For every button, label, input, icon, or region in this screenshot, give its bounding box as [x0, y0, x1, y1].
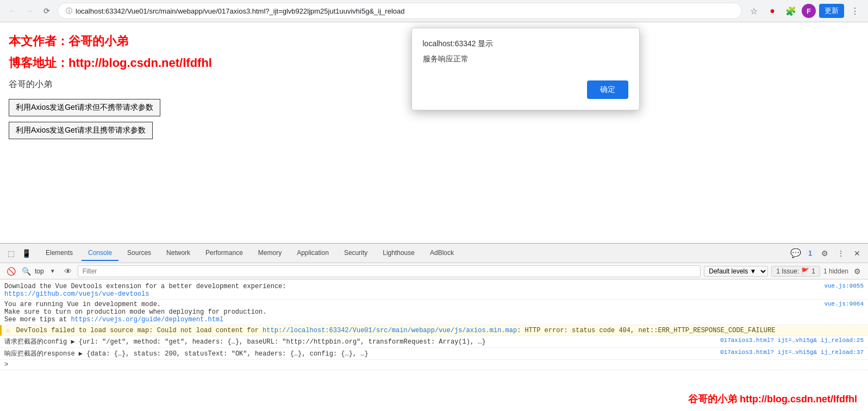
alert-footer: 确定 — [423, 80, 628, 99]
page-content: 本文作者：谷哥的小弟 博客地址：http://blog.csdn.net/lfd… — [0, 22, 868, 243]
console-filterbar: 🚫 🔍 top ▼ 👁 Default levels ▼ 1 Issue: 🚩 … — [0, 263, 868, 279]
console-log-5: 响应拦截器的response ▶ {data: {…}, status: 200… — [0, 348, 868, 360]
console-log-4: 请求拦截器的config ▶ {url: "/get", method: "ge… — [0, 336, 868, 348]
console-context-dropdown[interactable]: ▼ — [46, 265, 59, 278]
devtools-close-button[interactable]: ✕ — [851, 247, 864, 260]
profile-icon[interactable]: F — [802, 4, 816, 18]
alert-title: localhost:63342 显示 — [423, 39, 628, 49]
console-filter-input[interactable] — [78, 265, 701, 277]
reload-button[interactable]: ⟳ — [40, 4, 53, 17]
console-prompt-text: > — [4, 361, 864, 369]
issue-number: 1 — [811, 267, 815, 275]
devtools-right-icons: 💬 1 ⚙ ⋮ ✕ — [789, 247, 864, 260]
devtools-more-button[interactable]: ⋮ — [834, 247, 847, 260]
footer-watermark: 谷哥的小弟 http://blog.csdn.net/lfdfhl — [688, 393, 857, 406]
console-log-4-source: 017axios3.html? ijt=…vhi5g& ij_reload:25 — [720, 337, 864, 344]
console-left-icons: 🚫 🔍 top ▼ 👁 — [4, 265, 74, 278]
console-log-1-source: vue.js:9055 — [824, 283, 864, 289]
issue-label: 1 Issue: — [776, 267, 799, 275]
console-log-5-source: 017axios3.html? ijt=…vhi5g& ij_reload:37 — [720, 349, 864, 356]
vue-devtools-link[interactable]: https://github.com/vuejs/vue-devtools — [4, 290, 149, 298]
source-map-link[interactable]: http://localhost:63342/Vue01/src/main/we… — [263, 327, 517, 334]
tab-application[interactable]: Application — [290, 246, 335, 261]
console-log-warning-text: ⚠ DevTools failed to load source map: Co… — [6, 326, 864, 334]
devtools-panel: ⬚ 📱 Elements Console Sources Network Per… — [0, 243, 868, 411]
console-log-4-text: 请求拦截器的config ▶ {url: "/get", method: "ge… — [4, 337, 716, 346]
console-eye-button[interactable]: 👁 — [61, 265, 74, 278]
alert-ok-button[interactable]: 确定 — [587, 80, 628, 99]
alert-overlay: localhost:63342 显示 服务响应正常 确定 — [0, 22, 868, 243]
extension-icon2[interactable]: 🧩 — [783, 3, 798, 18]
toolbar-icons: ☆ ● 🧩 F 更新 ⋮ — [746, 3, 863, 18]
console-log-warning: ⚠ DevTools failed to load source map: Co… — [0, 325, 868, 336]
console-context-label: top — [35, 267, 44, 275]
devtools-toggle-device[interactable]: 📱 — [20, 247, 33, 260]
devtools-toggle-inspect[interactable]: ⬚ — [4, 247, 17, 260]
tab-sources[interactable]: Sources — [121, 246, 158, 261]
menu-button[interactable]: ⋮ — [847, 3, 863, 18]
devtools-settings-button[interactable]: ⚙ — [818, 247, 831, 260]
devtools-toggle-icons: ⬚ 📱 — [4, 247, 33, 260]
hidden-settings-button[interactable]: ⚙ — [851, 265, 864, 278]
devtools-issues-button[interactable]: 💬 — [789, 247, 802, 260]
console-log-1-text: Download the Vue Devtools extension for … — [4, 283, 820, 298]
devtools-tabbar: ⬚ 📱 Elements Console Sources Network Per… — [0, 244, 868, 263]
lock-icon: ⓘ — [66, 7, 72, 16]
issue-badge[interactable]: 1 Issue: 🚩 1 — [771, 266, 820, 277]
console-clear-button[interactable]: 🚫 — [4, 265, 17, 278]
hidden-count: 1 hidden — [823, 267, 848, 275]
warning-icon: ⚠ — [6, 327, 10, 334]
hidden-badge: 1 hidden ⚙ — [823, 265, 864, 278]
browser-chrome: ← → ⟳ ⓘ localhost:63342/Vue01/src/main/w… — [0, 0, 868, 22]
issues-count: 1 — [805, 249, 815, 258]
bookmark-button[interactable]: ☆ — [746, 3, 761, 18]
tab-security[interactable]: Security — [338, 246, 374, 261]
issue-flag-icon: 🚩 — [801, 267, 809, 275]
update-button[interactable]: 更新 — [819, 4, 844, 18]
tab-console[interactable]: Console — [82, 246, 118, 261]
console-log-2: You are running Vue in development mode.… — [0, 300, 868, 325]
tab-performance[interactable]: Performance — [199, 246, 249, 261]
browser-toolbar: ← → ⟳ ⓘ localhost:63342/Vue01/src/main/w… — [0, 0, 868, 22]
vue-deployment-link[interactable]: https://vuejs.org/guide/deployment.html — [71, 316, 223, 323]
tab-memory[interactable]: Memory — [252, 246, 288, 261]
console-log-1: Download the Vue Devtools extension for … — [0, 282, 868, 300]
address-bar[interactable]: ⓘ localhost:63342/Vue01/src/main/webapp/… — [58, 3, 742, 19]
console-output: Download the Vue Devtools extension for … — [0, 279, 868, 411]
alert-message: 服务响应正常 — [423, 54, 628, 64]
console-prompt: > — [0, 360, 868, 370]
console-filter-button[interactable]: 🔍 — [20, 265, 33, 278]
tab-network[interactable]: Network — [160, 246, 197, 261]
alert-dialog: localhost:63342 显示 服务响应正常 确定 — [411, 28, 640, 110]
tab-adblock[interactable]: AdBlock — [423, 246, 460, 261]
back-button[interactable]: ← — [5, 4, 18, 17]
console-log-5-text: 响应拦截器的response ▶ {data: {…}, status: 200… — [4, 349, 716, 358]
console-log-2-text: You are running Vue in development mode.… — [4, 301, 820, 323]
extension-icon1[interactable]: ● — [765, 3, 780, 18]
forward-button[interactable]: → — [23, 4, 36, 17]
console-log-2-source: vue.js:9064 — [824, 301, 864, 307]
console-level-select[interactable]: Default levels ▼ — [704, 266, 768, 277]
tab-lighthouse[interactable]: Lighthouse — [376, 246, 421, 261]
tab-elements[interactable]: Elements — [39, 246, 79, 261]
url-text: localhost:63342/Vue01/src/main/webapp/vu… — [76, 7, 734, 15]
